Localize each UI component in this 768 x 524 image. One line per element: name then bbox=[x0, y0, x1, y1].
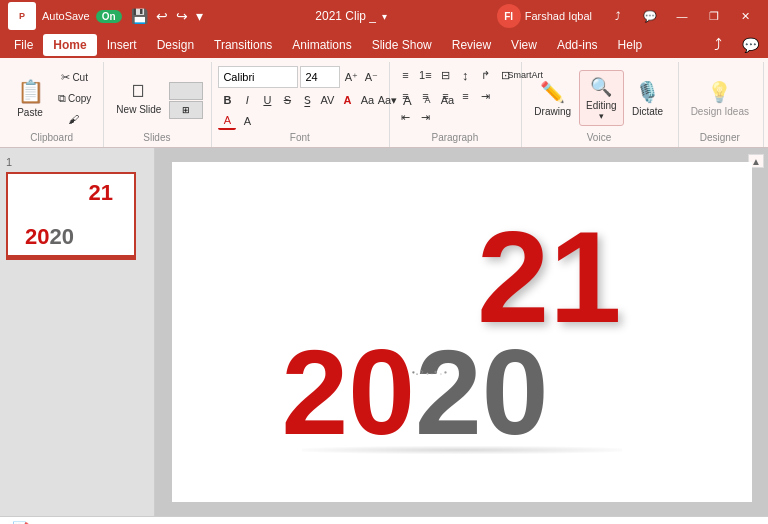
debris-effect: ▪ ▪ ▫ ▪ ▫ ▪ ▫ ▪ bbox=[412, 347, 602, 377]
menu-file[interactable]: File bbox=[4, 34, 43, 56]
share-icon[interactable]: ⤴ bbox=[604, 5, 632, 27]
save-icon[interactable]: 💾 bbox=[128, 6, 151, 26]
share-btn[interactable]: ⤴ bbox=[704, 34, 732, 56]
align-right-btn[interactable]: ≡ bbox=[436, 87, 454, 105]
menu-help[interactable]: Help bbox=[608, 34, 653, 56]
slides-label: Slides bbox=[110, 132, 203, 145]
ribbon: 📋 Paste ✂ Cut ⧉ Copy 🖌 Clipboard 🗌 New S… bbox=[0, 58, 768, 148]
document-title[interactable]: 2021 Clip _ bbox=[315, 9, 376, 23]
design-ideas-button[interactable]: 💡 Design Ideas bbox=[685, 70, 755, 126]
copy-button[interactable]: ⧉ Copy bbox=[54, 88, 95, 108]
paragraph-controls: ≡ 1≡ ⊟ ↕ ↱ ⊡ SmartArt ≡ ≡ ≡ ≡ ⇥ ⇤ ⇥ bbox=[396, 64, 534, 126]
user-area[interactable]: FI Farshad Iqbal bbox=[497, 4, 592, 28]
menu-addins[interactable]: Add-ins bbox=[547, 34, 608, 56]
ribbon-group-designer: 💡 Design Ideas Designer bbox=[681, 62, 764, 147]
username: Farshad Iqbal bbox=[525, 10, 592, 22]
paragraph-label: Paragraph bbox=[396, 132, 513, 145]
menu-slideshow[interactable]: Slide Show bbox=[362, 34, 442, 56]
line-spacing-btn[interactable]: ↕ bbox=[456, 66, 474, 84]
restore-button[interactable]: ❐ bbox=[700, 5, 728, 27]
increase-indent-btn2[interactable]: ⇥ bbox=[416, 108, 434, 126]
menu-home[interactable]: Home bbox=[43, 34, 96, 56]
font-bg-btn[interactable]: A bbox=[238, 112, 256, 130]
paste-button[interactable]: 📋 Paste bbox=[8, 70, 52, 126]
new-slide-button[interactable]: 🗌 New Slide bbox=[110, 70, 167, 126]
font-size-input[interactable] bbox=[300, 66, 340, 88]
format-painter-button[interactable]: 🖌 bbox=[54, 109, 95, 129]
font-color2-btn[interactable]: A bbox=[218, 112, 236, 130]
text-direction-btn[interactable]: ↱ bbox=[476, 66, 494, 84]
para-row2: ≡ ≡ ≡ ≡ ⇥ bbox=[396, 87, 534, 105]
editing-button[interactable]: 🔍 Editing ▾ bbox=[579, 70, 624, 126]
numbering-btn[interactable]: 1≡ bbox=[416, 66, 434, 84]
ribbon-group-font: A⁺ A⁻ B I U S S̲ AV A Aa Aa▾ A A Aa A A bbox=[214, 62, 390, 147]
undo-icon[interactable]: ↩ bbox=[153, 6, 171, 26]
font-name-input[interactable] bbox=[218, 66, 298, 88]
columns-btn[interactable]: ⊟ bbox=[436, 66, 454, 84]
para-row1: ≡ 1≡ ⊟ ↕ ↱ ⊡ SmartArt bbox=[396, 66, 534, 84]
title-bar-right: FI Farshad Iqbal ⤴ 💬 — ❐ ✕ bbox=[497, 4, 760, 28]
editing-icon: 🔍 bbox=[590, 76, 612, 98]
font-color-btn[interactable]: A bbox=[338, 91, 356, 109]
slide-thumbnail[interactable]: 21 2020 bbox=[6, 172, 136, 257]
menu-design[interactable]: Design bbox=[147, 34, 204, 56]
cut-button[interactable]: ✂ Cut bbox=[54, 67, 95, 87]
strikethrough-button[interactable]: S bbox=[278, 91, 296, 109]
italic-button[interactable]: I bbox=[238, 91, 256, 109]
title-bar-left: P AutoSave On 💾 ↩ ↪ ▾ bbox=[8, 2, 206, 30]
voice-tools: ✏️ Drawing 🔍 Editing ▾ 🎙️ Dictate bbox=[528, 64, 669, 132]
ribbon-group-slides: 🗌 New Slide ⊞ Slides bbox=[106, 62, 212, 147]
align-center-btn[interactable]: ≡ bbox=[416, 87, 434, 105]
slide-panel: 1 21 2020 bbox=[0, 148, 155, 516]
autosave-label: AutoSave bbox=[42, 10, 90, 22]
voice-label: Voice bbox=[528, 132, 669, 145]
dictate-button[interactable]: 🎙️ Dictate bbox=[626, 70, 670, 126]
slide-layout-group: ⊞ bbox=[169, 82, 203, 119]
dictate-icon: 🎙️ bbox=[635, 80, 660, 104]
editing-dropdown-icon: ▾ bbox=[599, 111, 604, 121]
autosave-toggle[interactable]: On bbox=[96, 10, 122, 23]
menu-view[interactable]: View bbox=[501, 34, 547, 56]
slide-canvas[interactable]: 21 2020 ▪ ▪ ▫ ▪ ▫ ▪ ▫ ▪ bbox=[155, 148, 768, 516]
app-icon: P bbox=[8, 2, 36, 30]
menu-animations[interactable]: Animations bbox=[282, 34, 361, 56]
thumbnail-bar bbox=[6, 257, 136, 260]
clipboard-label: Clipboard bbox=[8, 132, 95, 145]
indent-btn[interactable]: ⇥ bbox=[476, 87, 494, 105]
notes-panel[interactable]: 📝 Notes bbox=[0, 516, 768, 524]
designer-label: Designer bbox=[685, 132, 755, 145]
close-button[interactable]: ✕ bbox=[732, 5, 760, 27]
title-dropdown-icon[interactable]: ▾ bbox=[382, 11, 387, 22]
slide-number: 1 bbox=[6, 156, 148, 168]
decrease-indent-btn[interactable]: ⇤ bbox=[396, 108, 414, 126]
shadow-button[interactable]: S̲ bbox=[298, 91, 316, 109]
comment-btn[interactable]: 💬 bbox=[736, 34, 764, 56]
comments-icon[interactable]: 💬 bbox=[636, 5, 664, 27]
char-spacing-button[interactable]: AV bbox=[318, 91, 336, 109]
slide-layout-preview bbox=[169, 82, 203, 100]
redo-icon[interactable]: ↪ bbox=[173, 6, 191, 26]
slides-tools: 🗌 New Slide ⊞ bbox=[110, 64, 203, 132]
more-icon[interactable]: ▾ bbox=[193, 6, 206, 26]
drawing-button[interactable]: ✏️ Drawing bbox=[528, 70, 577, 126]
text-highlight-btn[interactable]: Aa bbox=[358, 91, 376, 109]
underline-button[interactable]: U bbox=[258, 91, 276, 109]
minimize-button[interactable]: — bbox=[668, 5, 696, 27]
title-bar: P AutoSave On 💾 ↩ ↪ ▾ 2021 Clip _ ▾ FI F… bbox=[0, 0, 768, 32]
notes-icon: 📝 bbox=[12, 521, 29, 525]
ribbon-group-paragraph: ≡ 1≡ ⊟ ↕ ↱ ⊡ SmartArt ≡ ≡ ≡ ≡ ⇥ ⇤ ⇥ Para… bbox=[392, 62, 522, 147]
slide-action-btn[interactable]: ⊞ bbox=[169, 101, 203, 119]
menu-insert[interactable]: Insert bbox=[97, 34, 147, 56]
bullets-btn[interactable]: ≡ bbox=[396, 66, 414, 84]
ribbon-group-clipboard: 📋 Paste ✂ Cut ⧉ Copy 🖌 Clipboard bbox=[4, 62, 104, 147]
bold-button[interactable]: B bbox=[218, 91, 236, 109]
menu-review[interactable]: Review bbox=[442, 34, 501, 56]
ribbon-group-voice: ✏️ Drawing 🔍 Editing ▾ 🎙️ Dictate Voice bbox=[524, 62, 678, 147]
justify-btn[interactable]: ≡ bbox=[456, 87, 474, 105]
menu-bar: File Home Insert Design Transitions Anim… bbox=[0, 32, 768, 58]
align-left-btn[interactable]: ≡ bbox=[396, 87, 414, 105]
decrease-font-btn[interactable]: A⁻ bbox=[362, 68, 380, 86]
increase-font-btn[interactable]: A⁺ bbox=[342, 68, 360, 86]
menu-transitions[interactable]: Transitions bbox=[204, 34, 282, 56]
main-area: 1 21 2020 21 2020 ▪ bbox=[0, 148, 768, 516]
